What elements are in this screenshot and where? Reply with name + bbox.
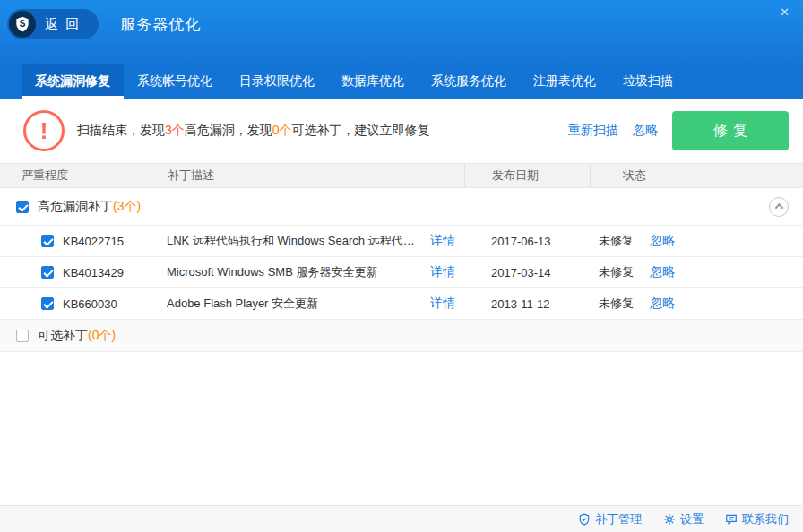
optional-count: 0个 [272, 123, 292, 137]
group-checkbox-optional[interactable] [16, 330, 29, 342]
tab-garbage-scan[interactable]: 垃圾扫描 [609, 64, 686, 99]
scan-text-part2: 高危漏洞，发现 [185, 123, 272, 137]
severity-cell: KB4013429 [0, 266, 160, 279]
alert-actions: 重新扫描 忽略 修复 [568, 111, 789, 150]
status-text: 未修复 [599, 233, 634, 249]
tab-database-optimize[interactable]: 数据库优化 [328, 64, 418, 99]
tab-directory-permission[interactable]: 目录权限优化 [226, 64, 328, 99]
svg-text:S: S [20, 19, 26, 29]
scan-result-text: 扫描结束，发现3个高危漏洞，发现0个可选补丁，建议立即修复 [77, 123, 568, 139]
chat-icon [725, 513, 738, 526]
status-cell: 未修复 忽略 [590, 264, 803, 280]
gear-icon [663, 513, 676, 526]
detail-link[interactable]: 详情 [430, 233, 455, 249]
description-cell: Adobe Flash Player 安全更新 详情 [160, 296, 464, 312]
detail-link[interactable]: 详情 [430, 296, 455, 312]
app-logo-icon: S [9, 11, 36, 38]
patch-description: LNK 远程代码执行和 Windows Search 远程代码执... [167, 233, 418, 249]
table-row: KB4022715 LNK 远程代码执行和 Windows Search 远程代… [0, 226, 803, 257]
scan-result-banner: ! 扫描结束，发现3个高危漏洞，发现0个可选补丁，建议立即修复 重新扫描 忽略 … [0, 99, 803, 163]
severity-cell: KB4022715 [0, 235, 160, 248]
status-cell: 未修复 忽略 [590, 233, 803, 249]
page-title: 服务器优化 [120, 14, 201, 35]
status-text: 未修复 [599, 296, 634, 312]
empty-content-area [0, 352, 803, 505]
table-row: KB660030 Adobe Flash Player 安全更新 详情 2013… [0, 288, 803, 320]
group-checkbox-high-risk[interactable] [16, 201, 29, 213]
patch-description: Microsoft Windows SMB 服务器安全更新 [167, 264, 377, 280]
group-row-optional: 可选补丁(0个) [0, 320, 803, 352]
table-row: KB4013429 Microsoft Windows SMB 服务器安全更新 … [0, 257, 803, 288]
col-header-severity: 严重程度 [0, 167, 160, 184]
scan-text-part3: 可选补丁，建议立即修复 [292, 123, 430, 137]
high-risk-count: 3个 [165, 123, 185, 137]
patch-manage-label: 补丁管理 [595, 511, 642, 528]
app-window: S 返 回 服务器优化 ✕ 系统漏洞修复 系统帐号优化 目录权限优化 数据库优化… [0, 0, 803, 532]
row-checkbox[interactable] [41, 297, 54, 310]
ignore-link[interactable]: 忽略 [650, 233, 675, 249]
status-text: 未修复 [599, 264, 634, 280]
tab-account-optimize[interactable]: 系统帐号优化 [124, 64, 226, 99]
row-checkbox[interactable] [41, 235, 54, 247]
warning-icon: ! [23, 110, 65, 151]
kb-number: KB660030 [63, 297, 117, 311]
table-header: 严重程度 补丁描述 发布日期 状态 [0, 163, 803, 188]
ignore-all-link[interactable]: 忽略 [633, 123, 658, 139]
contact-us-label: 联系我们 [742, 511, 789, 528]
col-header-description: 补丁描述 [160, 164, 464, 187]
release-date: 2013-11-12 [464, 297, 590, 311]
patch-description: Adobe Flash Player 安全更新 [167, 296, 318, 312]
tab-bar: 系统漏洞修复 系统帐号优化 目录权限优化 数据库优化 系统服务优化 注册表优化 … [0, 64, 803, 99]
footer-bar: 补丁管理 设置 联系我们 [0, 505, 803, 532]
close-icon[interactable]: ✕ [777, 4, 792, 21]
titlebar: S 返 回 服务器优化 ✕ [0, 0, 803, 64]
tab-registry-optimize[interactable]: 注册表优化 [520, 64, 609, 99]
group-label-high-risk: 高危漏洞补丁(3个) [38, 199, 141, 215]
kb-number: KB4013429 [63, 266, 124, 279]
release-date: 2017-03-14 [464, 266, 590, 279]
settings-button[interactable]: 设置 [663, 511, 704, 528]
settings-label: 设置 [680, 511, 704, 528]
detail-link[interactable]: 详情 [430, 264, 455, 280]
group-count-high-risk: (3个) [113, 199, 141, 213]
shield-icon [578, 513, 591, 526]
col-header-status: 状态 [590, 164, 803, 187]
row-checkbox[interactable] [41, 266, 54, 279]
kb-number: KB4022715 [63, 235, 124, 248]
ignore-link[interactable]: 忽略 [650, 296, 675, 312]
col-header-date: 发布日期 [464, 164, 590, 187]
status-cell: 未修复 忽略 [590, 296, 803, 312]
contact-us-button[interactable]: 联系我们 [725, 511, 789, 528]
tab-vulnerability-fix[interactable]: 系统漏洞修复 [22, 64, 124, 99]
description-cell: Microsoft Windows SMB 服务器安全更新 详情 [160, 264, 464, 280]
group-label-optional: 可选补丁(0个) [38, 328, 116, 344]
tab-system-service[interactable]: 系统服务优化 [418, 64, 520, 99]
ignore-link[interactable]: 忽略 [650, 264, 675, 280]
rescan-link[interactable]: 重新扫描 [568, 123, 618, 139]
group-row-high-risk: 高危漏洞补丁(3个) [0, 188, 803, 226]
group-count-optional: (0个) [88, 328, 116, 342]
scan-text-part1: 扫描结束，发现 [77, 123, 165, 137]
collapse-group-button[interactable] [769, 197, 789, 217]
patch-manage-button[interactable]: 补丁管理 [578, 511, 642, 528]
back-button-label: 返 回 [45, 16, 81, 33]
chevron-up-icon [774, 203, 783, 212]
release-date: 2017-06-13 [464, 235, 590, 248]
fix-button[interactable]: 修复 [672, 111, 789, 150]
severity-cell: KB660030 [0, 297, 160, 311]
description-cell: LNK 远程代码执行和 Windows Search 远程代码执... 详情 [160, 233, 464, 249]
back-button[interactable]: S 返 回 [7, 9, 99, 39]
